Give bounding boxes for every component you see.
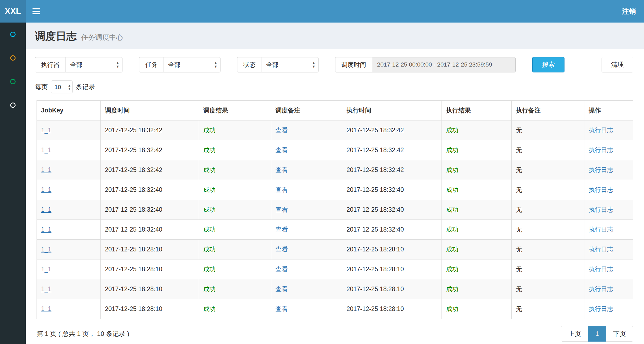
handle-result-cell: 成功 — [442, 160, 512, 180]
trigger-msg-link[interactable]: 查看 — [276, 186, 288, 193]
exec-log-link[interactable]: 执行日志 — [589, 186, 613, 193]
exec-log-link[interactable]: 执行日志 — [589, 147, 613, 153]
handle-result-cell: 成功 — [442, 279, 512, 299]
jobkey-link[interactable]: 1_1 — [41, 206, 51, 213]
handle-time-cell: 2017-12-25 18:28:10 — [342, 299, 442, 319]
exec-log-link[interactable]: 执行日志 — [589, 127, 613, 134]
log-table: JobKey 调度时间 调度结果 调度备注 执行时间 执行结果 执行备注 操作 … — [37, 100, 633, 319]
handle-result-cell: 成功 — [442, 240, 512, 259]
header-trigger-result: 调度结果 — [199, 101, 271, 120]
action-cell: 执行日志 — [584, 200, 633, 220]
jobkey-cell: 1_1 — [37, 200, 101, 220]
circle-icon — [10, 32, 16, 37]
trigger-msg-link[interactable]: 查看 — [276, 147, 288, 153]
header-handle-result: 执行结果 — [442, 101, 512, 120]
table-row: 1_1 2017-12-25 18:32:40 成功 查看 2017-12-25… — [37, 180, 633, 200]
page-header: 调度日志 任务调度中心 — [26, 23, 644, 49]
trigger-msg-link[interactable]: 查看 — [276, 226, 288, 233]
sidebar-item-2[interactable] — [0, 46, 26, 70]
handle-result-cell: 成功 — [442, 299, 512, 319]
exec-log-link[interactable]: 执行日志 — [589, 305, 613, 312]
search-button[interactable]: 搜索 — [532, 57, 565, 72]
trigger-time-cell: 2017-12-25 18:28:10 — [100, 240, 199, 259]
trigger-msg-link[interactable]: 查看 — [276, 246, 288, 253]
trigger-msg-link[interactable]: 查看 — [276, 206, 288, 213]
content-box: 执行器 全部 任务 全部 状态 全部 调 — [26, 49, 644, 344]
trigger-msg-cell: 查看 — [271, 160, 342, 180]
action-cell: 执行日志 — [584, 259, 633, 279]
executor-filter-select[interactable]: 全部 — [66, 57, 122, 72]
action-cell: 执行日志 — [584, 120, 633, 140]
trigger-msg-cell: 查看 — [271, 240, 342, 259]
handle-result-cell: 成功 — [442, 140, 512, 160]
exec-log-link[interactable]: 执行日志 — [589, 246, 613, 253]
sidebar-toggle-icon[interactable] — [26, 0, 47, 23]
header-handle-time: 执行时间 — [342, 101, 442, 120]
handle-time-cell: 2017-12-25 18:32:40 — [342, 200, 442, 220]
jobkey-link[interactable]: 1_1 — [41, 127, 51, 134]
trigger-msg-link[interactable]: 查看 — [276, 305, 288, 312]
trigger-msg-cell: 查看 — [271, 299, 342, 319]
trigger-result-cell: 成功 — [199, 240, 271, 259]
jobkey-link[interactable]: 1_1 — [41, 226, 51, 233]
page-size-select[interactable]: 10 — [51, 80, 73, 93]
trigger-msg-link[interactable]: 查看 — [276, 166, 288, 173]
app-logo[interactable]: XXL — [0, 0, 26, 23]
exec-log-link[interactable]: 执行日志 — [589, 226, 613, 233]
jobkey-cell: 1_1 — [37, 160, 101, 180]
status-filter-select[interactable]: 全部 — [262, 57, 319, 72]
trigger-result-cell: 成功 — [199, 200, 271, 220]
exec-log-link[interactable]: 执行日志 — [589, 286, 613, 292]
exec-log-link[interactable]: 执行日志 — [589, 266, 613, 273]
handle-result-cell: 成功 — [442, 200, 512, 220]
jobkey-link[interactable]: 1_1 — [41, 166, 51, 173]
jobkey-link[interactable]: 1_1 — [41, 246, 51, 253]
current-page-button[interactable]: 1 — [588, 326, 606, 342]
handle-msg-cell: 无 — [511, 259, 584, 279]
trigger-time-cell: 2017-12-25 18:32:42 — [100, 140, 199, 160]
next-page-button[interactable]: 下页 — [606, 326, 633, 342]
action-cell: 执行日志 — [584, 180, 633, 200]
time-range-input[interactable] — [372, 57, 516, 72]
jobkey-cell: 1_1 — [37, 299, 101, 319]
action-cell: 执行日志 — [584, 160, 633, 180]
prev-page-button[interactable]: 上页 — [561, 326, 588, 342]
job-filter-group: 任务 全部 — [139, 57, 220, 72]
trigger-msg-link[interactable]: 查看 — [276, 266, 288, 273]
jobkey-link[interactable]: 1_1 — [41, 305, 51, 312]
trigger-time-cell: 2017-12-25 18:28:10 — [100, 259, 199, 279]
trigger-msg-cell: 查看 — [271, 180, 342, 200]
clear-button[interactable]: 清理 — [602, 57, 633, 72]
exec-log-link[interactable]: 执行日志 — [589, 206, 613, 213]
circle-icon — [10, 55, 16, 61]
trigger-msg-link[interactable]: 查看 — [276, 286, 288, 292]
executor-filter-label: 执行器 — [35, 57, 66, 72]
filter-bar: 执行器 全部 任务 全部 状态 全部 调 — [26, 49, 644, 72]
handle-msg-cell: 无 — [511, 120, 584, 140]
jobkey-cell: 1_1 — [37, 240, 101, 259]
action-cell: 执行日志 — [584, 220, 633, 240]
table-row: 1_1 2017-12-25 18:28:10 成功 查看 2017-12-25… — [37, 299, 633, 319]
job-filter-select[interactable]: 全部 — [164, 57, 220, 72]
trigger-result-cell: 成功 — [199, 299, 271, 319]
action-cell: 执行日志 — [584, 279, 633, 299]
sidebar-item-3[interactable] — [0, 70, 26, 93]
top-navbar: XXL 注销 — [0, 0, 644, 23]
trigger-msg-cell: 查看 — [271, 120, 342, 140]
jobkey-link[interactable]: 1_1 — [41, 286, 51, 292]
sidebar-item-1[interactable] — [0, 23, 26, 46]
trigger-msg-cell: 查看 — [271, 279, 342, 299]
handle-time-cell: 2017-12-25 18:32:40 — [342, 220, 442, 240]
header-handle-msg: 执行备注 — [511, 101, 584, 120]
handle-result-cell: 成功 — [442, 259, 512, 279]
exec-log-link[interactable]: 执行日志 — [589, 166, 613, 173]
job-filter-label: 任务 — [139, 57, 164, 72]
trigger-msg-link[interactable]: 查看 — [276, 127, 288, 134]
jobkey-link[interactable]: 1_1 — [41, 147, 51, 153]
jobkey-link[interactable]: 1_1 — [41, 266, 51, 273]
header-jobkey: JobKey — [37, 101, 101, 120]
jobkey-link[interactable]: 1_1 — [41, 186, 51, 193]
trigger-time-cell: 2017-12-25 18:32:40 — [100, 180, 199, 200]
sidebar-item-4[interactable] — [0, 93, 26, 117]
logout-link[interactable]: 注销 — [614, 0, 644, 23]
